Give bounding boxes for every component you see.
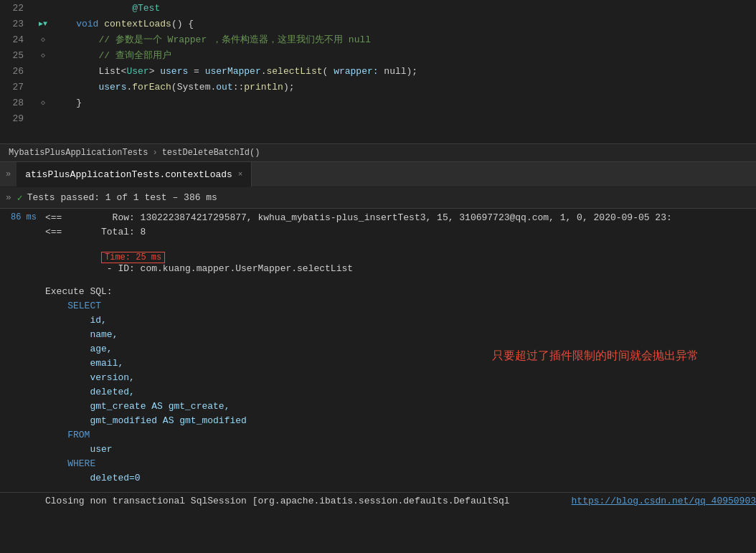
time-badge-text-row: 86 ms	[0, 212, 39, 222]
output-row-content: <== Row: 1302223874217295877, kwhua_myba…	[39, 212, 756, 223]
code-line-24: 24 ◇ // 参数是一个 Wrapper ，条件构造器，这里我们先不用 nul…	[0, 32, 756, 47]
tab-label: atisPlusApplicationTests.contextLoads	[25, 169, 232, 180]
output-field-age-content: age,	[39, 344, 756, 354]
output-time-line: Time: 25 ms - ID: com.kuang.mapper.UserM…	[0, 240, 756, 285]
tab-bar: » atisPlusApplicationTests.contextLoads …	[0, 162, 756, 187]
output-table-content: user	[39, 444, 756, 455]
output-field-email-content: email,	[39, 358, 756, 369]
code-line-28: 28 ◇ }	[0, 95, 756, 110]
output-field-version: version,	[0, 372, 756, 386]
output-field-age: age,	[0, 343, 756, 357]
output-field-gmt-modified-content: gmt_modified AS gmt_modified	[39, 415, 756, 426]
output-from-content: FROM	[39, 430, 756, 440]
output-select-line: SELECT	[0, 300, 756, 314]
output-field-name: name,	[0, 329, 756, 343]
output-field-version-content: version,	[39, 372, 756, 383]
output-table-line: user	[0, 443, 756, 458]
tab-close-button[interactable]: ×	[238, 170, 243, 179]
tab-scroll-arrows[interactable]: »	[0, 169, 16, 179]
output-panel: 86 ms <== Row: 1302223874217295877, kwhu…	[0, 209, 756, 553]
test-results-bar: » ✓ Tests passed: 1 of 1 test – 386 ms	[0, 187, 756, 209]
code-line-25: 25 ◇ // 查询全部用户	[0, 47, 756, 63]
code-lines: 22 @Test 23 ▶▼ void contextLoads() { 24 …	[0, 0, 756, 126]
test-results-text: Tests passed: 1 of 1 test – 386 ms	[27, 192, 217, 203]
code-line-22: 22 @Test	[0, 0, 756, 16]
line-content-27: users.forEach(System.out::println);	[54, 82, 756, 93]
code-line-29: 29	[0, 110, 756, 126]
output-where-cond-content: deleted=0	[39, 473, 756, 483]
bottom-section: » atisPlusApplicationTests.contextLoads …	[0, 162, 756, 553]
output-execute-line: Execute SQL:	[0, 285, 756, 300]
line-num-22: 22	[0, 3, 32, 14]
line-icons-23[interactable]: ▶▼	[32, 19, 54, 28]
main-container: 22 @Test 23 ▶▼ void contextLoads() { 24 …	[0, 0, 756, 553]
breadcrumb: MybatisPlusApplicationTests › testDelete…	[0, 143, 756, 162]
output-closing-content: Closing non transactional SqlSession [or…	[39, 496, 572, 506]
output-field-id: id,	[0, 314, 756, 329]
output-select-content: SELECT	[39, 301, 756, 311]
line-num-25: 25	[0, 50, 32, 61]
output-where-content: WHERE	[39, 458, 756, 469]
line-icons-28: ◇	[32, 98, 54, 107]
output-time-content: Time: 25 ms - ID: com.kuang.mapper.UserM…	[39, 241, 756, 285]
line-content-24: // 参数是一个 Wrapper ，条件构造器，这里我们先不用 null	[54, 33, 756, 46]
line-num-27: 27	[0, 82, 32, 93]
output-field-email: email,	[0, 357, 756, 372]
output-field-deleted: deleted,	[0, 386, 756, 400]
output-where-cond-line: deleted=0	[0, 472, 756, 486]
line-num-28: 28	[0, 98, 32, 108]
output-execute-content: Execute SQL:	[39, 286, 756, 297]
line-icons-25: ◇	[32, 51, 54, 60]
output-where-line: WHERE	[0, 458, 756, 472]
output-total-content: <== Total: 8	[39, 227, 756, 237]
output-closing-line: Closing non transactional SqlSession [or…	[0, 492, 756, 507]
breadcrumb-part1[interactable]: MybatisPlusApplicationTests	[9, 148, 148, 158]
test-passed-icon: ✓	[17, 192, 23, 204]
line-num-26: 26	[0, 66, 32, 77]
breadcrumb-part2[interactable]: testDeleteBatchId()	[162, 148, 260, 158]
line-num-29: 29	[0, 113, 32, 124]
line-content-28: }	[54, 98, 756, 108]
code-line-23: 23 ▶▼ void contextLoads() {	[0, 16, 756, 32]
line-num-24: 24	[0, 34, 32, 45]
time-ms-badge: Time: 25 ms	[101, 252, 165, 263]
line-icons-24: ◇	[32, 35, 54, 44]
line-num-23: 23	[0, 19, 32, 29]
time-badge-86ms-row: 86 ms	[0, 212, 39, 222]
editor-area: 22 @Test 23 ▶▼ void contextLoads() { 24 …	[0, 0, 756, 143]
output-field-gmt-modified: gmt_modified AS gmt_modified	[0, 415, 756, 429]
code-line-27: 27 users.forEach(System.out::println);	[0, 79, 756, 95]
tab-context-loads[interactable]: atisPlusApplicationTests.contextLoads ×	[16, 162, 252, 187]
time-line-suffix: - ID: com.kuang.mapper.UserMapper.select…	[101, 263, 353, 274]
output-from-line: FROM	[0, 429, 756, 443]
output-total-line: <== Total: 8	[0, 226, 756, 240]
output-field-id-content: id,	[39, 315, 756, 326]
test-scroll-arrows[interactable]: »	[6, 192, 11, 203]
output-field-gmt-create: gmt_create AS gmt_create,	[0, 400, 756, 415]
code-line-26: 26 List<User> users = userMapper.selectL…	[0, 63, 756, 79]
line-content-26: List<User> users = userMapper.selectList…	[54, 66, 756, 77]
line-content-23: void contextLoads() {	[54, 19, 756, 29]
breadcrumb-sep1: ›	[152, 148, 157, 158]
output-row-line: 86 ms <== Row: 1302223874217295877, kwhu…	[0, 212, 756, 226]
annotation-decorator: @Test	[110, 3, 160, 14]
output-field-deleted-content: deleted,	[39, 387, 756, 397]
bottom-url[interactable]: https://blog.csdn.net/qq_40950903	[572, 496, 756, 506]
output-field-name-content: name,	[39, 329, 756, 340]
output-field-gmt-create-content: gmt_create AS gmt_create,	[39, 401, 756, 412]
line-content-25: // 查询全部用户	[54, 49, 756, 62]
